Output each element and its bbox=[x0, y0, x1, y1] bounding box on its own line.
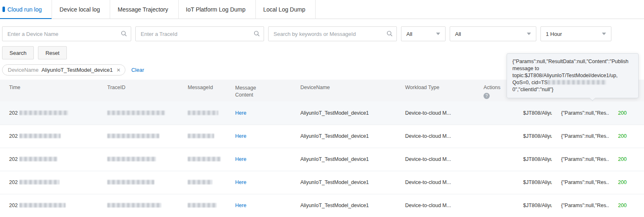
log-table-row: 202 Here AliyunIoT_TestModel_device1 Dev… bbox=[0, 101, 644, 125]
cloud-run-log-table: Time TraceID MessageId Message Content D… bbox=[0, 80, 644, 217]
redacted-traceid bbox=[107, 111, 165, 115]
search-icon[interactable] bbox=[387, 31, 393, 37]
cell-actions bbox=[474, 194, 514, 217]
cell-traceid bbox=[98, 194, 179, 217]
filter-tag-devicename: DeviceName AliyunIoT_TestModel_device1 ✕ bbox=[2, 64, 125, 75]
topic-text: $JT808/AliyunIoT/... bbox=[523, 110, 552, 116]
cell-response: {"Params":null,"Res... bbox=[552, 148, 609, 171]
device-name-text: AliyunIoT_TestModel_device1 bbox=[300, 179, 369, 185]
cell-workload-type: Device-to-cloud M... bbox=[396, 171, 474, 194]
cell-response: {"Params":null,"Res... bbox=[552, 101, 609, 125]
cell-traceid bbox=[98, 171, 179, 194]
cell-status: 200 bbox=[609, 148, 644, 171]
trace-id-search-box bbox=[135, 26, 264, 41]
message-content-here-link[interactable]: Here bbox=[235, 110, 246, 116]
cell-messageid bbox=[179, 148, 226, 171]
redacted-time bbox=[19, 180, 59, 184]
message-content-here-link[interactable]: Here bbox=[235, 203, 246, 208]
tab-local-log-dump[interactable]: Local Log Dump bbox=[256, 0, 316, 19]
cell-time: 202 bbox=[0, 125, 98, 148]
device-name-text: AliyunIoT_TestModel_device1 bbox=[300, 110, 369, 116]
chevron-down-icon bbox=[602, 33, 606, 35]
workload-type-text: Device-to-cloud M... bbox=[405, 203, 451, 208]
device-name-input[interactable] bbox=[2, 26, 131, 41]
tab-device-local-log[interactable]: Device local log bbox=[52, 0, 110, 19]
dropdown-selected-value: All bbox=[455, 31, 461, 37]
redacted-traceid bbox=[107, 180, 154, 184]
filter-dropdown-type[interactable]: All bbox=[401, 26, 446, 41]
filter-dropdown-status[interactable]: All bbox=[450, 26, 536, 41]
cell-status: 200 bbox=[609, 125, 644, 148]
message-content-here-link[interactable]: Here bbox=[235, 156, 246, 162]
col-messageid: MessageId bbox=[179, 80, 226, 101]
search-icon[interactable] bbox=[121, 31, 127, 37]
remove-filter-icon[interactable]: ✕ bbox=[116, 68, 120, 73]
help-icon[interactable]: ? bbox=[484, 93, 490, 99]
cell-time: 202 bbox=[0, 171, 98, 194]
redacted-messageid bbox=[188, 134, 214, 138]
tab-cloud-run-log[interactable]: Cloud run log bbox=[0, 0, 52, 19]
cell-workload-type: Device-to-cloud M... bbox=[396, 148, 474, 171]
cell-message-content: Here bbox=[226, 171, 291, 194]
cell-messageid bbox=[179, 194, 226, 217]
redacted-traceid bbox=[107, 134, 159, 138]
trace-id-input[interactable] bbox=[135, 26, 264, 41]
log-table-row: 202 Here AliyunIoT_TestModel_device1 Dev… bbox=[0, 148, 644, 171]
workload-type-text: Device-to-cloud M... bbox=[405, 133, 451, 139]
keyword-search-box bbox=[268, 26, 397, 41]
redacted-time bbox=[19, 203, 66, 208]
dropdown-selected-value: All bbox=[406, 31, 412, 37]
tab-message-trajectory[interactable]: Message Trajectory bbox=[110, 0, 178, 19]
reset-button[interactable]: Reset bbox=[38, 46, 67, 59]
cell-actions bbox=[474, 171, 514, 194]
cell-topic: $JT808/AliyunIoT/... bbox=[514, 125, 552, 148]
search-icon[interactable] bbox=[254, 31, 260, 37]
log-table-container: Time TraceID MessageId Message Content D… bbox=[0, 80, 644, 217]
cell-topic: $JT808/AliyunIoT/... bbox=[514, 194, 552, 217]
time-prefix: 202 bbox=[9, 179, 18, 185]
topic-text: $JT808/AliyunIoT/... bbox=[523, 203, 552, 208]
cell-status: 200 bbox=[609, 171, 644, 194]
status-code: 200 bbox=[618, 203, 627, 208]
keyword-input[interactable] bbox=[268, 26, 397, 41]
filter-dropdown-time-range[interactable]: 1 Hour bbox=[540, 26, 611, 41]
log-table-row: 202 Here AliyunIoT_TestModel_device1 Dev… bbox=[0, 171, 644, 194]
chevron-down-icon bbox=[436, 33, 440, 35]
cell-devicename: AliyunIoT_TestModel_device1 bbox=[291, 194, 396, 217]
tab-bar: Cloud run log Device local log Message T… bbox=[0, 0, 644, 19]
col-message-content-label: Message Content bbox=[235, 85, 261, 99]
cell-message-content: Here bbox=[226, 125, 291, 148]
col-traceid: TraceID bbox=[98, 80, 179, 101]
cell-message-content: Here bbox=[226, 148, 291, 171]
cell-topic: $JT808/AliyunIoT/... bbox=[514, 171, 552, 194]
table-body: 202 Here AliyunIoT_TestModel_device1 Dev… bbox=[0, 101, 644, 217]
col-traceid-label: TraceID bbox=[107, 85, 125, 90]
topic-text: $JT808/AliyunIoT/... bbox=[523, 179, 552, 185]
status-code: 200 bbox=[618, 133, 627, 139]
redacted-messageid bbox=[188, 203, 217, 208]
cell-time: 202 bbox=[0, 101, 98, 125]
search-button[interactable]: Search bbox=[2, 46, 34, 59]
col-workload-type-label: Workload Type bbox=[405, 85, 439, 90]
topic-text: $JT808/AliyunIoT/... bbox=[523, 133, 552, 139]
redacted-messageid bbox=[188, 180, 212, 184]
redacted-traceid bbox=[107, 203, 161, 208]
col-message-content: Message Content bbox=[226, 80, 291, 101]
status-code: 200 bbox=[618, 110, 627, 116]
cell-devicename: AliyunIoT_TestModel_device1 bbox=[291, 125, 396, 148]
cell-actions bbox=[474, 101, 514, 125]
message-content-here-link[interactable]: Here bbox=[235, 179, 246, 185]
message-content-here-link[interactable]: Here bbox=[235, 133, 246, 139]
redacted-time bbox=[19, 111, 68, 115]
tab-iot-platform-log-dump[interactable]: IoT Platform Log Dump bbox=[179, 0, 256, 19]
cell-response: {"Params":null,"Res... bbox=[552, 171, 609, 194]
cell-message-content: Here bbox=[226, 194, 291, 217]
clear-filters-link[interactable]: Clear bbox=[131, 67, 144, 73]
chevron-down-icon bbox=[527, 33, 531, 35]
time-prefix: 202 bbox=[9, 133, 18, 139]
workload-type-text: Device-to-cloud M... bbox=[405, 156, 451, 162]
cell-response: {"Params":null,"Res... bbox=[552, 194, 609, 217]
cell-messageid bbox=[179, 101, 226, 125]
log-table-row: 202 Here AliyunIoT_TestModel_device1 Dev… bbox=[0, 194, 644, 217]
cell-status: 200 bbox=[609, 101, 644, 125]
